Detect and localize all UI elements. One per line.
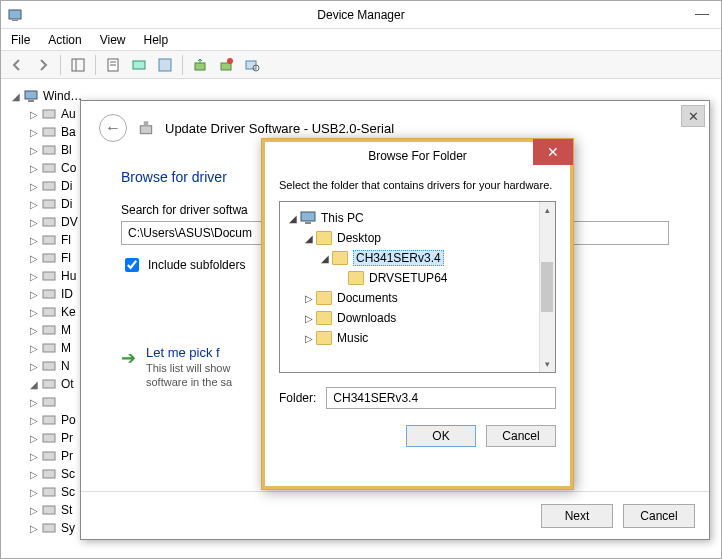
driver-icon <box>137 119 155 137</box>
ok-button[interactable]: OK <box>406 425 476 447</box>
scroll-down-icon[interactable]: ▾ <box>540 356 555 372</box>
computer-icon <box>300 211 316 225</box>
svg-rect-27 <box>43 308 55 316</box>
bff-cancel-button[interactable]: Cancel <box>486 425 556 447</box>
svg-rect-20 <box>43 182 55 190</box>
tree-item-documents[interactable]: ▷ Documents <box>284 288 551 308</box>
svg-rect-16 <box>43 110 55 118</box>
folder-icon <box>348 271 364 285</box>
svg-rect-43 <box>305 222 311 224</box>
folder-tree[interactable]: ◢ This PC ◢ Desktop ◢ CH341SERv3.4 DRVSE… <box>279 201 556 373</box>
menubar: File Action View Help <box>1 29 721 51</box>
scrollbar[interactable]: ▴ ▾ <box>539 202 555 372</box>
folder-icon <box>316 311 332 325</box>
bff-close-button[interactable]: ✕ <box>533 139 573 165</box>
svg-rect-26 <box>43 290 55 298</box>
svg-rect-30 <box>43 362 55 370</box>
tree-item-music[interactable]: ▷ Music <box>284 328 551 348</box>
forward-button[interactable] <box>31 53 55 77</box>
svg-rect-0 <box>9 10 21 19</box>
computer-icon <box>23 88 39 104</box>
svg-rect-40 <box>140 126 151 134</box>
folder-input[interactable] <box>326 387 556 409</box>
svg-rect-19 <box>43 164 55 172</box>
svg-rect-9 <box>195 63 205 70</box>
svg-rect-34 <box>43 434 55 442</box>
tree-item-downloads[interactable]: ▷ Downloads <box>284 308 551 328</box>
svg-rect-17 <box>43 128 55 136</box>
bff-titlebar: Browse For Folder ✕ <box>262 139 573 169</box>
help-button[interactable] <box>153 53 177 77</box>
svg-rect-18 <box>43 146 55 154</box>
bff-instruction: Select the folder that contains drivers … <box>279 179 556 191</box>
menu-file[interactable]: File <box>11 33 30 47</box>
tree-item-desktop[interactable]: ◢ Desktop <box>284 228 551 248</box>
tree-item-this-pc[interactable]: ◢ This PC <box>284 208 551 228</box>
svg-rect-24 <box>43 254 55 262</box>
svg-rect-32 <box>43 398 55 406</box>
minimize-button[interactable]: — <box>687 3 717 23</box>
include-subfolders-input[interactable] <box>125 258 139 272</box>
svg-rect-29 <box>43 344 55 352</box>
svg-rect-10 <box>221 63 231 70</box>
svg-rect-23 <box>43 236 55 244</box>
update-driver-button[interactable] <box>127 53 151 77</box>
properties-button[interactable] <box>101 53 125 77</box>
svg-rect-1 <box>12 20 18 21</box>
svg-rect-37 <box>43 488 55 496</box>
svg-rect-25 <box>43 272 55 280</box>
menu-action[interactable]: Action <box>48 33 81 47</box>
svg-rect-35 <box>43 452 55 460</box>
svg-rect-22 <box>43 218 55 226</box>
bff-title-text: Browse For Folder <box>368 149 467 163</box>
svg-rect-7 <box>133 61 145 69</box>
svg-rect-39 <box>43 524 55 532</box>
arrow-right-icon: ➔ <box>121 347 136 388</box>
folder-icon <box>316 291 332 305</box>
show-hide-tree-button[interactable] <box>66 53 90 77</box>
folder-label: Folder: <box>279 391 316 405</box>
folder-icon <box>332 251 348 265</box>
svg-rect-21 <box>43 200 55 208</box>
back-button[interactable] <box>5 53 29 77</box>
next-button[interactable]: Next <box>541 504 613 528</box>
svg-rect-2 <box>72 59 84 71</box>
scroll-thumb[interactable] <box>541 262 553 312</box>
toolbar <box>1 51 721 79</box>
tree-item-ch341[interactable]: ◢ CH341SERv3.4 <box>284 248 551 268</box>
folder-icon <box>316 231 332 245</box>
app-icon <box>7 7 23 23</box>
svg-rect-42 <box>301 212 315 221</box>
svg-rect-41 <box>144 121 149 126</box>
svg-rect-38 <box>43 506 55 514</box>
svg-rect-14 <box>25 91 37 99</box>
window-title: Device Manager <box>317 8 404 22</box>
update-button[interactable] <box>188 53 212 77</box>
scan-hardware-button[interactable] <box>240 53 264 77</box>
svg-rect-15 <box>28 100 34 102</box>
browse-for-folder-dialog: Browse For Folder ✕ Select the folder th… <box>261 138 574 490</box>
menu-view[interactable]: View <box>100 33 126 47</box>
wizard-cancel-button[interactable]: Cancel <box>623 504 695 528</box>
svg-rect-8 <box>159 59 171 71</box>
wizard-close-button[interactable]: ✕ <box>681 105 705 127</box>
scroll-up-icon[interactable]: ▴ <box>540 202 555 218</box>
svg-rect-28 <box>43 326 55 334</box>
svg-point-11 <box>227 58 233 64</box>
svg-rect-36 <box>43 470 55 478</box>
svg-rect-33 <box>43 416 55 424</box>
dm-titlebar: Device Manager — <box>1 1 721 29</box>
uninstall-button[interactable] <box>214 53 238 77</box>
svg-rect-31 <box>43 380 55 388</box>
tree-item-drvsetup[interactable]: DRVSETUP64 <box>284 268 551 288</box>
wizard-back-button[interactable]: ← <box>99 114 127 142</box>
menu-help[interactable]: Help <box>144 33 169 47</box>
wizard-title: Update Driver Software - USB2.0-Serial <box>165 121 394 136</box>
folder-icon <box>316 331 332 345</box>
